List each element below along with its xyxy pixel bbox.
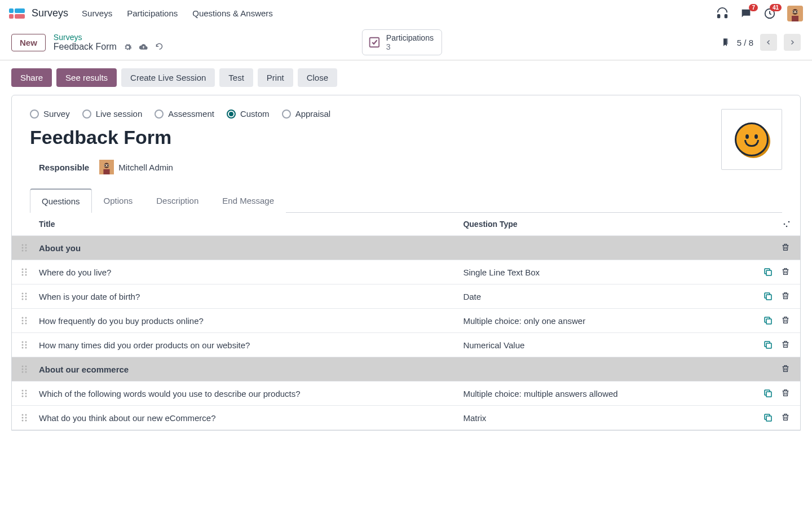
svg-point-67: [25, 414, 27, 416]
create-live-session-button[interactable]: Create Live Session: [121, 68, 215, 87]
gear-icon[interactable]: [123, 43, 132, 51]
activities-icon[interactable]: 41: [764, 7, 776, 20]
see-results-button[interactable]: See results: [56, 68, 117, 87]
svg-point-40: [25, 317, 27, 319]
delete-icon[interactable]: [781, 267, 791, 277]
svg-rect-38: [766, 295, 771, 300]
copy-icon[interactable]: [763, 413, 773, 423]
tab-end-message[interactable]: End Message: [210, 189, 286, 213]
drag-handle-icon[interactable]: [21, 413, 39, 422]
radio-label: Assessment: [168, 109, 214, 119]
svg-point-48: [22, 344, 24, 346]
tab-description[interactable]: Description: [144, 189, 210, 213]
drag-handle-icon[interactable]: [21, 316, 39, 325]
participations-stat[interactable]: Participations 3: [362, 29, 442, 55]
row-title: How many times did you order products on…: [39, 340, 463, 350]
stat-label: Participations: [386, 33, 434, 42]
undo-icon[interactable]: [155, 43, 164, 51]
copy-icon[interactable]: [763, 291, 773, 301]
pager: 5 / 8: [721, 34, 801, 51]
svg-point-51: [25, 347, 27, 349]
copy-icon[interactable]: [763, 388, 773, 398]
new-button[interactable]: New: [11, 34, 46, 51]
svg-point-47: [25, 341, 27, 343]
question-row[interactable]: How many times did you order products on…: [12, 333, 800, 357]
close-button[interactable]: Close: [298, 68, 337, 87]
copy-icon[interactable]: [763, 267, 773, 277]
svg-point-22: [25, 247, 27, 249]
svg-rect-52: [766, 343, 771, 348]
copy-icon[interactable]: [763, 316, 773, 326]
columns-settings-icon[interactable]: [782, 220, 791, 229]
cloud-upload-icon[interactable]: [139, 42, 148, 52]
responsible-user[interactable]: Mitchell Admin: [99, 160, 173, 174]
delete-icon[interactable]: [781, 291, 791, 301]
nav-questions-answers[interactable]: Questions & Answers: [192, 8, 273, 18]
section-row[interactable]: About our ecommerce: [12, 357, 800, 382]
delete-icon[interactable]: [781, 364, 791, 374]
responsible-label: Responsible: [39, 163, 89, 172]
drag-handle-icon[interactable]: [21, 268, 39, 277]
svg-point-39: [22, 317, 24, 319]
survey-title[interactable]: Feedback Form: [30, 126, 721, 148]
svg-point-57: [22, 371, 24, 373]
survey-type-custom[interactable]: Custom: [227, 109, 270, 119]
nav-surveys[interactable]: Surveys: [82, 8, 112, 18]
activities-badge: 41: [770, 4, 782, 11]
question-row[interactable]: What do you think about our new eCommerc…: [12, 406, 800, 430]
pager-prev[interactable]: [760, 34, 777, 51]
share-button[interactable]: Share: [11, 68, 52, 87]
svg-rect-65: [766, 392, 771, 397]
question-row[interactable]: Which of the following words would you u…: [12, 382, 800, 406]
question-row[interactable]: How frequently do you buy products onlin…: [12, 309, 800, 333]
bookmark-icon[interactable]: [721, 37, 730, 47]
tab-questions[interactable]: Questions: [30, 189, 92, 213]
svg-point-28: [25, 271, 27, 273]
app-logo[interactable]: [9, 8, 25, 19]
survey-image[interactable]: [721, 109, 782, 170]
svg-rect-14: [107, 165, 109, 166]
breadcrumb-parent[interactable]: Surveys: [54, 33, 164, 42]
question-row[interactable]: When is your date of birth? Date: [12, 284, 800, 309]
test-button[interactable]: Test: [219, 68, 253, 87]
svg-point-66: [22, 414, 24, 416]
svg-rect-13: [104, 165, 106, 166]
question-row[interactable]: Where do you live? Single Line Text Box: [12, 260, 800, 284]
drag-handle-icon[interactable]: [21, 389, 39, 398]
drag-handle-icon[interactable]: [21, 243, 39, 252]
copy-icon[interactable]: [763, 340, 773, 350]
section-row[interactable]: About you: [12, 236, 800, 260]
user-avatar[interactable]: [787, 6, 803, 21]
survey-type-assessment[interactable]: Assessment: [155, 109, 214, 119]
voip-icon[interactable]: [716, 7, 729, 20]
survey-type-live-session[interactable]: Live session: [82, 109, 143, 119]
delete-icon[interactable]: [781, 413, 791, 423]
print-button[interactable]: Print: [258, 68, 293, 87]
pager-text[interactable]: 5 / 8: [737, 38, 753, 47]
messages-badge: 7: [749, 4, 758, 11]
survey-type-appraisal[interactable]: Appraisal: [282, 109, 331, 119]
drag-handle-icon[interactable]: [21, 340, 39, 349]
delete-icon[interactable]: [781, 316, 791, 326]
row-title: About our ecommerce: [39, 365, 463, 374]
svg-point-60: [25, 390, 27, 392]
survey-type-survey[interactable]: Survey: [30, 109, 70, 119]
pager-next[interactable]: [784, 34, 801, 51]
drag-handle-icon[interactable]: [21, 365, 39, 374]
checkbox-icon: [368, 36, 381, 49]
delete-icon[interactable]: [781, 340, 791, 350]
row-type: Numerical Value: [463, 340, 746, 350]
messages-icon[interactable]: 7: [740, 7, 752, 20]
svg-point-56: [25, 369, 27, 370]
drag-handle-icon[interactable]: [21, 292, 39, 301]
svg-point-20: [25, 244, 27, 246]
delete-icon[interactable]: [781, 243, 791, 253]
radio-icon: [227, 110, 236, 119]
svg-point-59: [22, 390, 24, 392]
svg-point-26: [25, 269, 27, 270]
app-title[interactable]: Surveys: [32, 7, 68, 19]
delete-icon[interactable]: [781, 388, 791, 398]
nav-participations[interactable]: Participations: [127, 8, 178, 18]
svg-point-44: [25, 323, 27, 325]
tab-options[interactable]: Options: [92, 189, 145, 213]
